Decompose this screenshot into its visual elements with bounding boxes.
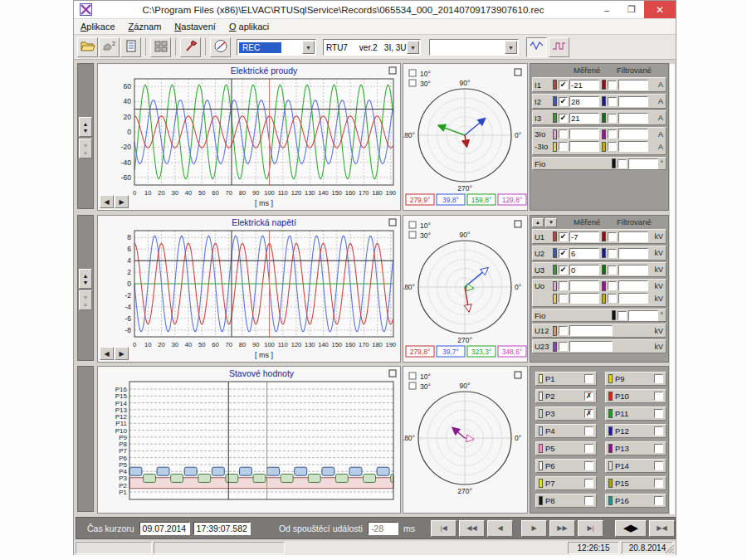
analog-view-button[interactable] [526, 37, 547, 57]
channel-checkbox[interactable] [584, 374, 593, 383]
channel-checkbox[interactable] [654, 374, 663, 383]
filtered-value-field[interactable] [618, 141, 648, 152]
filtered-value-field[interactable] [618, 248, 648, 259]
chevron-down-icon[interactable]: ▼ [505, 41, 517, 54]
close-button[interactable]: ✕ [644, 1, 676, 18]
phasor-diagram[interactable]: 10°30°90°0°180°270°279,9°39,8°159,8°129,… [403, 64, 527, 210]
measured-value-field[interactable] [569, 293, 599, 304]
chevron-down-icon[interactable]: ▼ [302, 41, 315, 54]
measured-checkbox[interactable] [559, 326, 568, 335]
filtered-value-field[interactable] [618, 280, 648, 291]
measured-value-field[interactable]: -7 [569, 231, 599, 242]
measured-checkbox[interactable] [559, 142, 568, 151]
filtered-checkbox[interactable] [608, 294, 617, 303]
filtered-value-field[interactable] [628, 310, 658, 321]
measured-value-field[interactable] [569, 280, 599, 291]
waveform-chart[interactable]: Elektrická napětí86420-2-4-6-80102030405… [98, 216, 400, 362]
filtered-checkbox[interactable] [608, 281, 617, 290]
nav-last-button[interactable]: ▶| [578, 520, 603, 537]
channel-checkbox[interactable] [654, 496, 663, 505]
filtered-value-field[interactable] [618, 113, 648, 124]
measured-checkbox[interactable] [559, 342, 568, 351]
deg30-checkbox[interactable] [409, 382, 416, 389]
measured-checkbox[interactable]: ✔ [559, 249, 568, 258]
phasor-scope-button[interactable] [210, 37, 231, 57]
filtered-value-field[interactable] [618, 265, 648, 275]
vertical-scale-track[interactable]: ▲▼▼▲ [77, 63, 94, 209]
tile-windows-button[interactable] [150, 37, 171, 57]
measured-value-field[interactable]: 6 [569, 248, 599, 259]
measured-checkbox[interactable] [559, 281, 568, 290]
filtered-checkbox[interactable] [608, 142, 617, 151]
phasor-squared-button[interactable]: 2 [99, 37, 120, 57]
filtered-checkbox[interactable] [608, 265, 617, 275]
filtered-checkbox[interactable] [608, 129, 617, 139]
zoom-vertical-button[interactable]: ▲▼ [79, 117, 92, 137]
scroll-right-button[interactable]: ▶ [115, 347, 129, 360]
channel-checkbox[interactable]: ✗ [584, 409, 593, 418]
channel-checkbox[interactable] [654, 426, 663, 436]
filtered-checkbox[interactable] [618, 159, 627, 168]
deg10-checkbox[interactable] [409, 222, 416, 228]
digital-chart[interactable]: Stavové hodnotyP1P2P3P4P5P6P7P8P9P10P11P… [98, 367, 400, 513]
record-type-combo[interactable]: REC▼ [237, 39, 316, 56]
channel-checkbox[interactable] [584, 444, 593, 453]
channel-checkbox[interactable] [584, 496, 593, 505]
scroll-right-button[interactable]: ▶ [115, 195, 129, 208]
measured-checkbox[interactable]: ✔ [559, 114, 568, 123]
filtered-checkbox[interactable] [608, 114, 617, 123]
menu-item-nastavení[interactable]: Nastavení [168, 22, 222, 32]
measured-value-field[interactable]: 0 [569, 265, 599, 275]
deg10-checkbox[interactable] [409, 373, 416, 379]
vertical-scale-track[interactable] [77, 366, 94, 512]
unzoom-vertical-button[interactable]: ▼▲ [79, 290, 92, 310]
filtered-value-field[interactable] [618, 293, 648, 304]
filtered-value-field[interactable] [618, 129, 648, 139]
measured-checkbox[interactable]: ✔ [559, 265, 568, 275]
menu-item-záznam[interactable]: Záznam [122, 22, 168, 32]
phasor-diagram[interactable]: 10°30°90°0°180°270° [403, 367, 527, 513]
menu-item-aplikace[interactable]: Aplikace [74, 22, 122, 32]
digital-view-button[interactable] [549, 37, 569, 57]
channel-combo[interactable]: ▼ [429, 39, 519, 56]
channel-checkbox[interactable] [654, 461, 663, 470]
channel-checkbox[interactable] [654, 444, 663, 453]
open-record-button[interactable] [77, 37, 98, 57]
nav-first-button[interactable]: |◀ [431, 520, 456, 537]
resize-grip[interactable] [664, 543, 675, 554]
nav-next-button[interactable]: ▶ [521, 520, 547, 537]
scroll-left-button[interactable]: ◀ [100, 347, 114, 360]
tools-button[interactable] [180, 37, 201, 57]
filtered-checkbox[interactable] [608, 249, 617, 258]
filtered-checkbox[interactable] [608, 97, 617, 106]
nav-rewind-button[interactable]: ◀◀ [459, 520, 485, 537]
deg10-checkbox[interactable] [409, 70, 416, 76]
channel-checkbox[interactable] [584, 461, 593, 470]
scroll-left-button[interactable]: ◀ [100, 195, 114, 208]
phasor-diagram[interactable]: 10°30°90°0°180°270°279,8°39,7°323,3°348,… [403, 216, 527, 362]
channel-checkbox[interactable] [584, 426, 593, 436]
device-combo[interactable]: RTU7 ver.2 3I, 3U▼ [323, 39, 421, 56]
waveform-chart[interactable]: Elektrické proudy6040200-20-40-600102030… [98, 64, 400, 210]
nav-forward-button[interactable]: ▶▶ [549, 520, 575, 537]
measured-value-field[interactable]: 21 [569, 113, 599, 124]
measured-checkbox[interactable]: ✔ [559, 232, 568, 241]
measured-value-field[interactable]: -21 [569, 80, 599, 90]
filtered-value-field[interactable] [618, 96, 648, 107]
maximize-button[interactable]: ❐ [619, 1, 644, 18]
play-cursor-button[interactable]: ◀▶ [615, 520, 647, 537]
measured-checkbox[interactable] [559, 294, 568, 303]
channel-checkbox[interactable] [654, 392, 663, 401]
channel-checkbox[interactable] [654, 479, 663, 488]
filtered-value-field[interactable] [628, 158, 658, 169]
measured-value-field[interactable] [569, 129, 599, 139]
deg30-checkbox[interactable] [409, 231, 416, 238]
scroll-up-button[interactable]: ▲ [532, 218, 544, 227]
filtered-checkbox[interactable] [608, 80, 617, 90]
menu-item-o-aplikaci[interactable]: O aplikaci [222, 22, 276, 32]
unzoom-vertical-button[interactable]: ▼▲ [79, 139, 92, 158]
filtered-checkbox[interactable] [608, 232, 617, 241]
report-button[interactable] [120, 37, 141, 57]
measured-value-field[interactable] [569, 141, 599, 152]
vertical-scale-track[interactable]: ▲▼▼▲ [77, 215, 94, 361]
